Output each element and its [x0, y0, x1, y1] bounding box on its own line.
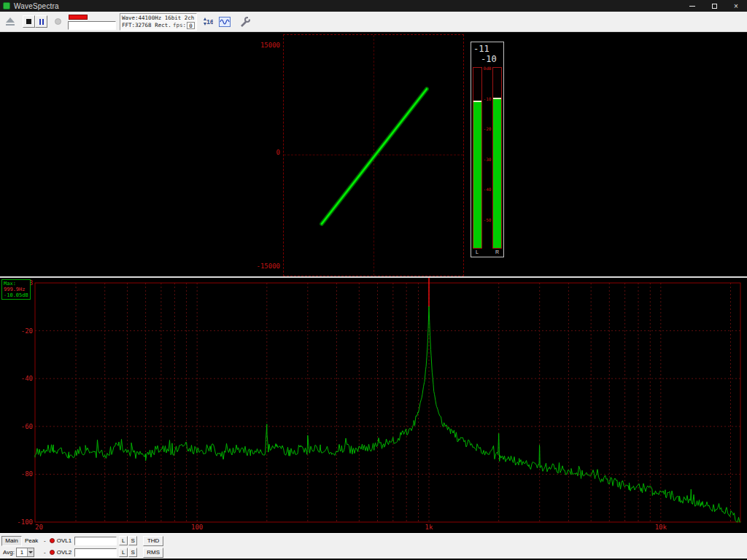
- thd-button[interactable]: THD: [143, 536, 163, 546]
- close-icon: ×: [734, 2, 738, 10]
- settings-wrench-icon: [239, 16, 251, 28]
- meter-scale-label: -10: [482, 96, 492, 101]
- ovl2-label: OVL2: [57, 549, 71, 556]
- pause-icon: [39, 19, 44, 25]
- window-title: WaveSpectra: [14, 2, 59, 10]
- waveform-settings-icon: [219, 17, 231, 27]
- scope-scale-min: -15000: [249, 262, 280, 270]
- ovl1-input[interactable]: [74, 537, 117, 545]
- separator-dash: -: [44, 537, 46, 544]
- minimize-icon: [689, 6, 695, 7]
- pause-button[interactable]: [35, 15, 47, 28]
- x-axis-label: 1k: [425, 524, 433, 531]
- peak-mode-label: Peak: [25, 537, 38, 544]
- maximize-button[interactable]: [703, 0, 725, 12]
- y-axis-label: -20: [21, 327, 33, 335]
- max-frequency-value: 999.9Hz: [4, 287, 28, 292]
- max-label: Max:: [4, 281, 28, 287]
- ovl2-led: [50, 550, 55, 555]
- wave-format-text: Wave:44100Hz 16bit 2ch: [122, 15, 195, 22]
- plot-border: [35, 283, 740, 522]
- record-level-indicator: [69, 15, 88, 20]
- spectrum-trace: [35, 306, 740, 522]
- rms-button[interactable]: RMS: [143, 548, 163, 558]
- statusbar-row-1: Main Peak - OVL1 L S THD: [1, 535, 746, 546]
- fps-value: 0: [187, 22, 195, 29]
- spectrum-settings-button[interactable]: [217, 15, 232, 29]
- spectrum-chart: 0dB-20-40-60-80-100201001k10k: [0, 278, 747, 533]
- meter-bar-right: [492, 67, 502, 249]
- stop-button[interactable]: [23, 15, 35, 28]
- channel-left-label: L: [476, 249, 479, 256]
- app-icon: [3, 2, 10, 9]
- record-icon: [55, 18, 61, 25]
- record-progress: [68, 14, 116, 30]
- eject-open-icon: [4, 17, 16, 26]
- x-axis-label: 20: [35, 524, 43, 531]
- level-meter: -11 -10 0dB-10-20-30-40-50 L R: [471, 42, 504, 257]
- peak-left-value: -11: [473, 44, 503, 54]
- position-field[interactable]: [68, 21, 116, 30]
- x-axis-label: 100: [191, 524, 203, 531]
- avg-value: 1: [17, 549, 27, 556]
- format-info-panel: Wave:44100Hz 16bit 2ch FFT:32768 Rect. f…: [120, 13, 197, 31]
- meter-fill-right: [493, 98, 501, 248]
- peak-right-value: -10: [473, 54, 503, 64]
- max-readout-box: Max: 999.9Hz -10.05dB: [1, 279, 31, 300]
- fft-format-text: FFT:32768 Rect.: [122, 22, 171, 29]
- s-button-2[interactable]: S: [128, 548, 137, 557]
- lissajous-scope: [283, 34, 464, 276]
- meter-scale-label: -50: [482, 217, 492, 222]
- x-axis-label: 10k: [655, 524, 667, 531]
- main-button[interactable]: Main: [1, 536, 22, 546]
- y-axis-label: -40: [21, 375, 33, 382]
- meter-scale-label: 0dB: [482, 66, 492, 71]
- meter-fill-left: [473, 101, 481, 248]
- channel-right-label: R: [495, 249, 499, 256]
- ovl1-label: OVL1: [57, 537, 71, 544]
- avg-label: Avg:: [3, 549, 15, 556]
- lissajous-trace: [322, 89, 427, 224]
- y-axis-label: -100: [17, 518, 33, 526]
- y-axis-label: -80: [21, 470, 33, 478]
- top-display-panel: 15000 0 -15000 -11 -10 0dB-10-20-30-40-5…: [0, 32, 747, 278]
- meter-channel-labels: L R: [471, 249, 503, 257]
- statusbar-row-2: Avg: 1 - OVL2 L S RMS: [1, 547, 746, 558]
- peak-readout: -11 -10: [471, 42, 503, 64]
- scope-scale-zero: 0: [249, 149, 280, 156]
- record-button[interactable]: [50, 15, 65, 29]
- l-button-2[interactable]: L: [119, 548, 128, 557]
- meter-scale-label: -40: [482, 187, 492, 192]
- meter-scale-label: -20: [482, 126, 492, 131]
- meter-body: 0dB-10-20-30-40-50: [473, 67, 502, 249]
- meter-scale: 0dB-10-20-30-40-50: [482, 67, 492, 249]
- transport-group: [23, 15, 47, 28]
- scope-scale-max: 15000: [249, 42, 280, 49]
- max-level-value: -10.05dB: [4, 292, 28, 298]
- ovl2-input[interactable]: [74, 548, 117, 557]
- meter-bar-left: [473, 67, 482, 249]
- meter-scale-label: -30: [482, 156, 492, 161]
- open-file-button[interactable]: [3, 15, 18, 29]
- spectrum-panel: Max: 999.9Hz -10.05dB 0dB-20-40-60-80-10…: [0, 278, 747, 533]
- avg-select[interactable]: 1: [16, 548, 34, 557]
- chevron-down-icon[interactable]: [27, 548, 34, 556]
- y-axis-label: -60: [21, 423, 33, 430]
- close-button[interactable]: ×: [725, 0, 747, 12]
- stop-icon: [26, 19, 31, 24]
- settings-button[interactable]: [238, 15, 252, 29]
- maximize-icon: [712, 4, 717, 9]
- bit-depth-icon: 16: [201, 17, 213, 26]
- bit-depth-button[interactable]: 16: [200, 15, 214, 29]
- ovl1-led: [50, 538, 55, 543]
- window-controls: ×: [681, 0, 747, 12]
- separator-dash: -: [44, 549, 46, 556]
- toolbar: Wave:44100Hz 16bit 2ch FFT:32768 Rect. f…: [0, 12, 747, 32]
- s-button-1[interactable]: S: [128, 536, 137, 545]
- svg-text:16: 16: [206, 18, 213, 26]
- l-button-1[interactable]: L: [119, 536, 128, 545]
- fps-label: fps:: [173, 22, 186, 29]
- minimize-button[interactable]: [681, 0, 703, 12]
- titlebar: WaveSpectra ×: [0, 0, 747, 12]
- statusbar: Main Peak - OVL1 L S THD Avg: 1 - OVL2 L…: [0, 533, 747, 559]
